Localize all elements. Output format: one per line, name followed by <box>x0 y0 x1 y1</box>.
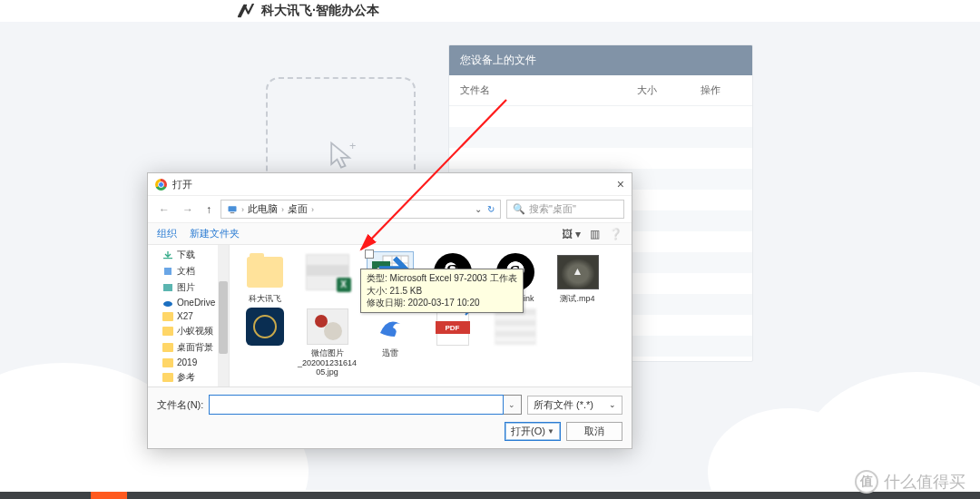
col-size: 大小 <box>637 83 701 97</box>
nav-forward-icon[interactable]: → <box>179 203 197 216</box>
filetype-select[interactable]: 所有文件 (*.*)⌄ <box>527 396 622 415</box>
search-input[interactable]: 🔍 搜索"桌面" <box>506 200 624 219</box>
file-item[interactable]: 迅雷 <box>360 307 419 377</box>
help-icon[interactable]: ❔ <box>609 228 622 240</box>
svg-rect-5 <box>163 284 172 291</box>
pc-icon <box>227 204 238 215</box>
breadcrumb[interactable]: › 此电脑 › 桌面 › ⌄↻ <box>220 200 501 219</box>
panel-title: 您设备上的文件 <box>449 45 752 75</box>
panel-column-headers: 文件名 大小 操作 <box>449 75 752 106</box>
refresh-icon[interactable]: ↻ <box>487 204 495 214</box>
folder-tree[interactable]: 下载 文档 图片 OneDrive X27 小蚁视频 桌面背景 2019 参考 … <box>148 245 230 386</box>
dialog-toolbar: 组织 新建文件夹 🖼 ▾ ▥ ❔ <box>148 223 632 245</box>
search-placeholder: 搜索"桌面" <box>529 202 576 216</box>
organize-menu[interactable]: 组织 <box>157 227 177 240</box>
bottom-bar <box>0 492 980 499</box>
svg-text:+: + <box>349 140 356 152</box>
dialog-nav: ← → ↑ › 此电脑 › 桌面 › ⌄↻ 🔍 搜索"桌面" <box>148 196 632 223</box>
file-item[interactable] <box>235 307 294 377</box>
open-button[interactable]: 打开(O)▼ <box>505 422 561 441</box>
filename-input[interactable] <box>210 396 503 414</box>
svg-rect-3 <box>163 258 172 259</box>
file-video[interactable]: ▲测试.mp4 <box>548 252 607 303</box>
cancel-button[interactable]: 取消 <box>566 422 622 441</box>
svg-rect-1 <box>229 206 237 211</box>
view-icons-icon[interactable]: 🖼 ▾ <box>562 228 581 240</box>
search-icon: 🔍 <box>513 203 525 215</box>
file-grid[interactable]: 科大讯飞 X20 SerXPro 5.4 SSuuntolink ▲测试.mp4… <box>230 245 632 386</box>
file-item[interactable] <box>485 307 544 377</box>
svg-point-6 <box>163 301 172 307</box>
watermark-text: 什么值得买 <box>884 471 965 493</box>
newfolder-button[interactable]: 新建文件夹 <box>190 227 240 240</box>
nav-up-icon[interactable]: ↑ <box>202 203 215 216</box>
brand-title: 科大讯飞·智能办公本 <box>261 3 379 19</box>
chevron-down-icon[interactable]: ⌄ <box>475 204 482 214</box>
brand-logo-icon <box>236 4 256 18</box>
close-icon[interactable]: × <box>617 177 624 191</box>
file-folder[interactable]: 科大讯飞 <box>235 252 294 303</box>
dialog-title: 打开 <box>172 178 192 191</box>
col-actions: 操作 <box>701 83 741 97</box>
nav-back-icon[interactable]: ← <box>155 203 173 216</box>
file-tooltip: 类型: Microsoft Excel 97-2003 工作表 大小: 21.5… <box>360 269 524 313</box>
tree-scrollbar[interactable] <box>218 245 229 386</box>
chrome-icon <box>155 179 167 191</box>
file-item[interactable] <box>298 252 357 303</box>
dialog-titlebar[interactable]: 打开 × <box>148 173 632 196</box>
chevron-down-icon[interactable]: ⌄ <box>503 400 521 409</box>
view-list-icon[interactable]: ▥ <box>590 228 600 240</box>
page-header: 科大讯飞·智能办公本 <box>0 0 980 22</box>
cursor-upload-icon: + <box>325 140 358 172</box>
file-image[interactable]: 微信图片_202001231614 05.jpg <box>298 307 357 377</box>
file-pdf[interactable]: PDF <box>423 307 482 377</box>
filename-label: 文件名(N): <box>157 398 203 412</box>
col-filename: 文件名 <box>460 83 637 97</box>
crumb-pc[interactable]: 此电脑 <box>248 202 278 216</box>
watermark: 值 什么值得买 <box>855 470 965 494</box>
dialog-footer: 文件名(N): ⌄ 所有文件 (*.*)⌄ 打开(O)▼ 取消 <box>148 386 632 448</box>
watermark-badge-icon: 值 <box>855 470 878 494</box>
crumb-desktop[interactable]: 桌面 <box>288 202 308 216</box>
svg-rect-4 <box>164 268 172 275</box>
svg-rect-2 <box>230 212 235 213</box>
checkbox-icon[interactable] <box>365 250 374 259</box>
